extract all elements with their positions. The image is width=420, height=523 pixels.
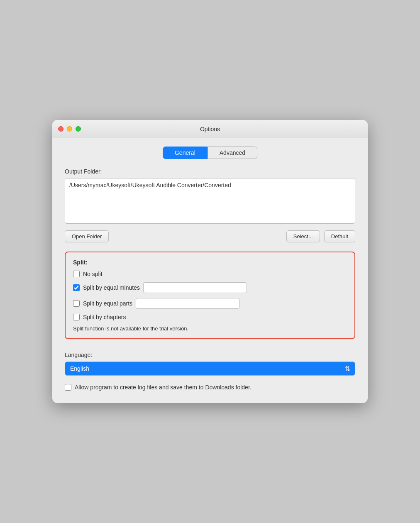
default-button[interactable]: Default	[324, 230, 355, 242]
close-button[interactable]	[58, 126, 63, 132]
split-option-equal-minutes: Split by equal minutes 0	[73, 282, 347, 293]
split-equal-parts-label: Split by equal parts	[83, 300, 132, 307]
split-equal-minutes-input[interactable]: 0	[143, 282, 247, 293]
select-button[interactable]: Select...	[286, 230, 320, 242]
split-title: Split:	[73, 259, 347, 266]
no-split-label: No split	[83, 271, 103, 277]
split-option-chapters: Split by chapters	[73, 314, 347, 320]
minimize-button[interactable]	[67, 126, 72, 132]
open-folder-button[interactable]: Open Folder	[65, 230, 109, 242]
no-split-checkbox[interactable]	[73, 271, 80, 277]
language-select[interactable]: English French German Spanish Japanese C…	[65, 362, 355, 376]
traffic-lights	[58, 126, 81, 132]
tab-bar: General Advanced	[65, 147, 355, 159]
split-equal-parts-input[interactable]: 0	[136, 298, 239, 309]
folder-buttons-right: Select... Default	[286, 230, 355, 242]
tab-general[interactable]: General	[163, 147, 208, 159]
split-equal-minutes-checkbox[interactable]	[73, 284, 80, 291]
output-folder-label: Output Folder:	[65, 168, 355, 175]
window-title: Options	[200, 126, 220, 132]
options-window: Options General Advanced Output Folder: …	[52, 120, 368, 403]
split-section: Split: No split Split by equal minutes 0…	[65, 252, 355, 339]
split-equal-minutes-label: Split by equal minutes	[83, 284, 140, 291]
folder-buttons: Open Folder Select... Default	[65, 230, 355, 242]
split-option-equal-parts: Split by equal parts 0	[73, 298, 347, 309]
language-section: Language: English French German Spanish …	[65, 352, 355, 376]
split-chapters-checkbox[interactable]	[73, 314, 80, 320]
language-label: Language:	[65, 352, 355, 358]
split-option-no-split: No split	[73, 271, 347, 277]
output-folder-input[interactable]: /Users/mymac/Ukeysoft/Ukeysoft Audible C…	[65, 178, 355, 224]
log-files-option: Allow program to create log files and sa…	[65, 384, 355, 391]
tab-advanced[interactable]: Advanced	[208, 147, 257, 159]
split-chapters-label: Split by chapters	[83, 314, 126, 320]
content-area: General Advanced Output Folder: /Users/m…	[52, 138, 368, 403]
title-bar: Options	[52, 120, 368, 138]
maximize-button[interactable]	[76, 126, 81, 132]
split-notice: Split function is not available for the …	[73, 325, 347, 332]
log-files-checkbox[interactable]	[65, 384, 71, 391]
language-select-wrapper: English French German Spanish Japanese C…	[65, 362, 355, 376]
split-equal-parts-checkbox[interactable]	[73, 300, 80, 307]
log-files-label: Allow program to create log files and sa…	[75, 384, 252, 391]
